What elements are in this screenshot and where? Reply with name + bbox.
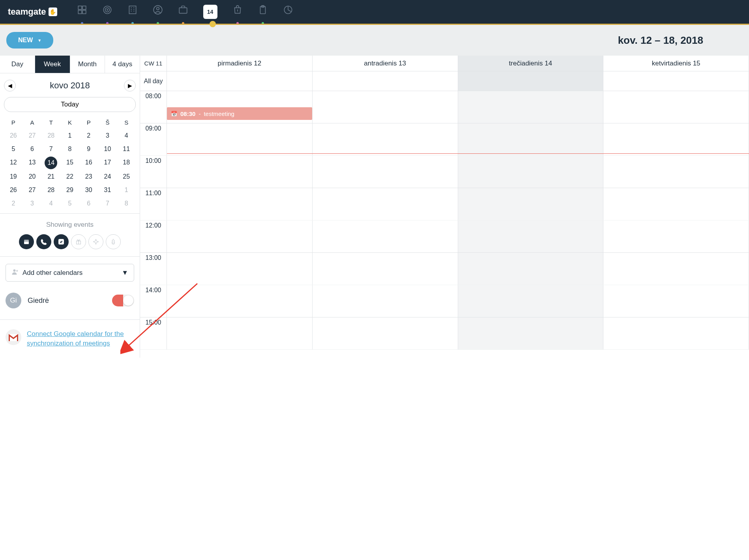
cal-slot[interactable] [167, 188, 313, 220]
mini-cal-day[interactable]: 28 [41, 132, 60, 139]
filter-tree-icon[interactable] [106, 234, 121, 249]
mini-cal-day[interactable]: 28 [41, 187, 60, 194]
calendar-event[interactable]: 📅08:30-testmeeting [167, 107, 312, 120]
mini-cal-day[interactable]: 26 [4, 187, 23, 194]
cal-slot[interactable] [313, 317, 458, 349]
cal-slot[interactable] [603, 253, 749, 285]
cal-slot[interactable] [313, 253, 458, 285]
mini-cal-day[interactable]: 22 [60, 173, 79, 180]
mini-cal-day[interactable]: 27 [23, 132, 42, 139]
cal-slot[interactable] [313, 156, 458, 188]
filter-calendar-icon[interactable] [19, 234, 34, 249]
cal-slot[interactable] [313, 91, 458, 123]
cal-slot[interactable] [167, 220, 313, 252]
nav-people[interactable] [153, 5, 163, 19]
cal-slot[interactable] [458, 220, 604, 252]
nav-deals[interactable] [178, 5, 188, 19]
view-btn-month[interactable]: Month [70, 56, 105, 73]
mini-cal-day[interactable]: 1 [117, 187, 136, 194]
mini-cal-day[interactable]: 31 [98, 187, 117, 194]
cal-allday-slot[interactable] [603, 71, 749, 91]
nav-dashboard[interactable] [77, 5, 87, 19]
view-btn-4days[interactable]: 4 days [105, 56, 140, 73]
nav-files[interactable] [258, 5, 268, 19]
mini-cal-day[interactable]: 12 [4, 159, 23, 167]
mini-cal-day[interactable]: 17 [98, 159, 117, 167]
cal-slot[interactable] [313, 285, 458, 317]
view-btn-week[interactable]: Week [35, 56, 70, 73]
cal-slot[interactable] [167, 156, 313, 188]
mini-cal-day[interactable]: 8 [60, 146, 79, 153]
mini-cal-day[interactable]: 20 [23, 173, 42, 180]
mini-cal-day[interactable]: 15 [60, 159, 79, 167]
cal-slot[interactable] [313, 220, 458, 252]
mini-cal-day[interactable]: 21 [41, 173, 60, 180]
nav-calendar[interactable]: 14 [203, 5, 217, 19]
mini-cal-day[interactable]: 3 [98, 132, 117, 139]
mini-cal-day[interactable]: 16 [79, 159, 98, 167]
mini-cal-day[interactable]: 19 [4, 173, 23, 180]
mini-cal-day[interactable]: 1 [60, 132, 79, 139]
cal-allday-slot[interactable] [313, 71, 458, 91]
cal-slot[interactable] [458, 188, 604, 220]
mini-cal-day[interactable]: 9 [79, 146, 98, 153]
cal-slot[interactable] [458, 285, 604, 317]
view-btn-day[interactable]: Day [0, 56, 35, 73]
mini-cal-day[interactable]: 4 [117, 132, 136, 139]
mini-cal-day[interactable]: 2 [79, 132, 98, 139]
cal-slot[interactable] [458, 156, 604, 188]
cal-slot[interactable] [603, 317, 749, 349]
mini-cal-day[interactable]: 6 [23, 146, 42, 153]
cal-allday-slot[interactable] [458, 71, 604, 91]
mini-cal-day[interactable]: 6 [79, 200, 98, 207]
nav-target[interactable] [102, 5, 112, 19]
cal-slot[interactable] [458, 123, 604, 155]
cal-day-header[interactable]: pirmadienis 12 [167, 56, 313, 71]
cal-allday-slot[interactable] [167, 71, 313, 91]
cal-day-header[interactable]: antradienis 13 [313, 56, 458, 71]
mini-cal-day[interactable]: 4 [41, 200, 60, 207]
mini-cal-day[interactable]: 14 [41, 159, 60, 167]
filter-plane-icon[interactable] [88, 234, 103, 249]
mini-cal-day[interactable]: 18 [117, 159, 136, 167]
filter-phone-icon[interactable] [36, 234, 51, 249]
mini-cal-day[interactable]: 24 [98, 173, 117, 180]
mini-cal-day[interactable]: 29 [60, 187, 79, 194]
cal-slot[interactable] [603, 220, 749, 252]
cal-slot[interactable] [603, 123, 749, 155]
nav-reports[interactable] [283, 5, 293, 19]
cal-slot[interactable] [603, 156, 749, 188]
cal-slot[interactable] [313, 123, 458, 155]
cal-day-header[interactable]: ketvirtadienis 15 [603, 56, 749, 71]
prev-month-button[interactable]: ◀ [4, 80, 16, 91]
nav-products[interactable] [232, 5, 243, 19]
mini-cal-day[interactable]: 7 [98, 200, 117, 207]
logo[interactable]: teamgate ✋ [8, 7, 57, 17]
cal-slot[interactable]: 📅08:30-testmeeting [167, 91, 313, 123]
mini-cal-day[interactable]: 7 [41, 146, 60, 153]
cal-day-header[interactable]: trečiadienis 14 [458, 56, 604, 71]
cal-slot[interactable] [458, 253, 604, 285]
mini-cal-day[interactable]: 23 [79, 173, 98, 180]
filter-gift-icon[interactable] [71, 234, 86, 249]
cal-slot[interactable] [458, 317, 604, 349]
cal-slot[interactable] [603, 91, 749, 123]
cal-slot[interactable] [167, 253, 313, 285]
cal-slot[interactable] [603, 285, 749, 317]
add-calendars-dropdown[interactable]: Add other calendars ▼ [6, 264, 134, 282]
google-connect-link[interactable]: Connect Google calendar for the synchron… [27, 329, 134, 348]
mini-cal-day[interactable]: 5 [4, 146, 23, 153]
mini-cal-day[interactable]: 2 [4, 200, 23, 207]
mini-cal-day[interactable]: 26 [4, 132, 23, 139]
cal-slot[interactable] [603, 188, 749, 220]
mini-cal-day[interactable]: 11 [117, 146, 136, 153]
filter-task-icon[interactable] [54, 234, 69, 249]
nav-companies[interactable] [127, 5, 138, 19]
mini-cal-day[interactable]: 8 [117, 200, 136, 207]
mini-cal-day[interactable]: 30 [79, 187, 98, 194]
next-month-button[interactable]: ▶ [124, 80, 136, 91]
mini-cal-day[interactable]: 13 [23, 159, 42, 167]
cal-slot[interactable] [313, 188, 458, 220]
new-button[interactable]: NEW ▼ [6, 32, 53, 49]
mini-cal-day[interactable]: 3 [23, 200, 42, 207]
